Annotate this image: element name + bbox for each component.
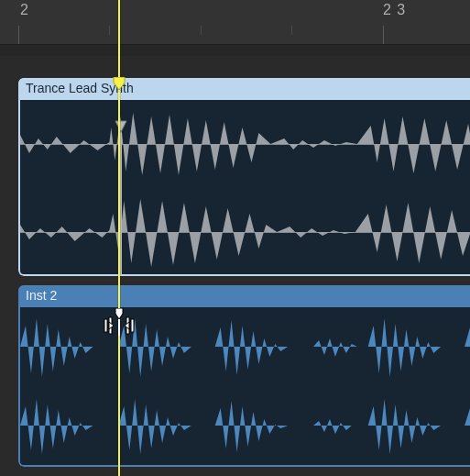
region-header[interactable]: Inst 2 — [18, 285, 470, 310]
svg-rect-4 — [131, 319, 134, 332]
flex-anchor-line — [120, 133, 122, 274]
ruler-tick-minor — [201, 26, 202, 35]
region-body[interactable] — [20, 100, 470, 274]
tracks-area[interactable]: Trance Lead Synth — [0, 64, 470, 476]
waveform-channel-right — [20, 386, 470, 465]
waveform-channel-left — [20, 307, 470, 386]
flex-anchor-icon[interactable] — [115, 120, 127, 133]
playhead-handle-icon[interactable] — [112, 77, 126, 90]
ruler-lower-strip — [0, 44, 470, 56]
waveform-channel-right — [20, 188, 470, 274]
flex-time-cursor-icon — [103, 308, 136, 336]
audio-region-inst-2[interactable]: Inst 2 — [18, 285, 470, 467]
ruler-tick-major — [383, 26, 384, 44]
region-name-label: Inst 2 — [26, 288, 57, 303]
waveform-channel-left — [20, 100, 470, 188]
ruler-tick-minor — [109, 26, 110, 35]
ruler-tick-major — [18, 26, 19, 44]
playhead-line[interactable] — [118, 0, 120, 476]
svg-rect-1 — [104, 319, 107, 332]
region-body[interactable] — [20, 307, 470, 465]
ruler-bar-label: 2 — [20, 2, 29, 18]
timeline-ruler[interactable]: 2 2 3 — [0, 0, 470, 55]
region-header[interactable]: Trance Lead Synth — [18, 78, 470, 103]
ruler-bar-label: 2 3 — [383, 2, 406, 18]
audio-region-trance-lead-synth[interactable]: Trance Lead Synth — [18, 78, 470, 276]
ruler-tick-minor — [291, 26, 292, 35]
